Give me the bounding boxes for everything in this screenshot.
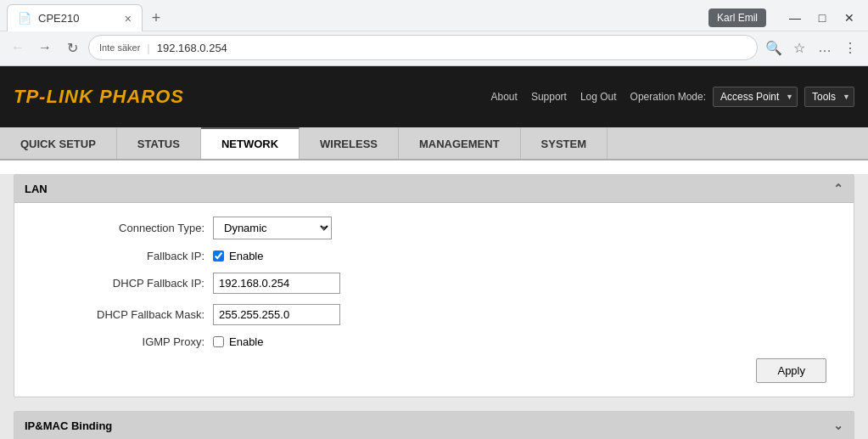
browser-chrome: 📄 CPE210 × + Karl Emil — □ ✕ ← → ↻ Inte … xyxy=(0,0,868,66)
extensions-icon[interactable]: … xyxy=(814,37,836,59)
dhcp-fallback-mask-input[interactable] xyxy=(213,304,340,325)
dhcp-fallback-ip-control xyxy=(213,273,340,294)
connection-type-row: Connection Type: Dynamic Static xyxy=(35,217,833,239)
maximize-button[interactable]: □ xyxy=(810,6,834,30)
tab-title: CPE210 xyxy=(38,12,118,25)
bookmark-icon[interactable]: ☆ xyxy=(788,37,810,59)
dhcp-fallback-ip-row: DHCP Fallback IP: xyxy=(35,273,833,294)
igmp-proxy-checkbox[interactable] xyxy=(213,336,224,347)
dhcp-fallback-mask-control xyxy=(213,304,340,325)
fallback-ip-control: Enable xyxy=(213,250,263,262)
forward-button[interactable]: → xyxy=(34,37,56,59)
connection-type-label: Connection Type: xyxy=(35,222,204,234)
new-tab-button[interactable]: + xyxy=(143,4,170,31)
tab-system[interactable]: SYSTEM xyxy=(521,127,608,159)
header-controls: Operation Mode: Access Point Router Repe… xyxy=(630,87,854,107)
close-button[interactable]: ✕ xyxy=(837,6,861,30)
tools-select[interactable]: Tools xyxy=(804,87,854,107)
back-button[interactable]: ← xyxy=(7,37,29,59)
igmp-proxy-label: IGMP Proxy: xyxy=(35,335,204,348)
lan-section-title: LAN xyxy=(25,183,48,195)
logout-link[interactable]: Log Out xyxy=(580,91,617,103)
connection-type-select[interactable]: Dynamic Static xyxy=(213,217,332,239)
igmp-proxy-checkbox-label: Enable xyxy=(213,335,263,348)
fallback-ip-row: Fallback IP: Enable xyxy=(35,250,833,262)
tab-management[interactable]: MANAGEMENT xyxy=(399,127,521,159)
tab-wireless[interactable]: WIRELESS xyxy=(300,127,399,159)
lan-section-header: LAN ⌃ xyxy=(14,175,854,203)
logo-tp: TP-LINK xyxy=(14,86,99,107)
tab-network[interactable]: NETWORK xyxy=(201,127,300,159)
tab-favicon: 📄 xyxy=(18,12,31,25)
ipmac-section: IP&MAC Binding ⌄ xyxy=(14,411,854,439)
tab-bar: 📄 CPE210 × + xyxy=(7,4,170,31)
logo-pharos: PHAROS xyxy=(99,86,184,107)
support-link[interactable]: Support xyxy=(531,91,567,103)
router-header: TP-LINK PHAROS About Support Log Out Ope… xyxy=(0,66,868,127)
apply-button[interactable]: Apply xyxy=(756,358,826,383)
tools-wrapper: Tools xyxy=(804,87,854,107)
router-logo: TP-LINK PHAROS xyxy=(14,86,184,108)
minimize-button[interactable]: — xyxy=(783,6,807,30)
menu-icon[interactable]: ⋮ xyxy=(839,37,861,59)
address-url: 192.168.0.254 xyxy=(157,42,227,54)
operation-mode-select[interactable]: Access Point Router Repeater Client Brid… xyxy=(713,87,798,107)
address-actions: 🔍 ☆ … ⋮ xyxy=(763,37,861,59)
dhcp-fallback-mask-row: DHCP Fallback Mask: xyxy=(35,304,833,325)
fallback-ip-checkbox[interactable] xyxy=(213,250,224,262)
header-links: About Support Log Out xyxy=(491,91,617,103)
fallback-ip-label: Fallback IP: xyxy=(35,250,204,262)
ipmac-section-header: IP&MAC Binding ⌄ xyxy=(14,412,854,439)
title-bar: 📄 CPE210 × + Karl Emil — □ ✕ xyxy=(0,0,868,31)
window-controls: Karl Emil — □ ✕ xyxy=(708,6,861,30)
connection-type-wrapper: Dynamic Static xyxy=(213,217,332,239)
connection-type-control: Dynamic Static xyxy=(213,217,332,239)
dhcp-fallback-ip-input[interactable] xyxy=(213,273,340,294)
nav-tabs: QUICK SETUP STATUS NETWORK WIRELESS MANA… xyxy=(0,127,868,160)
igmp-proxy-row: IGMP Proxy: Enable xyxy=(35,335,833,348)
address-field[interactable]: Inte säker | 192.168.0.254 xyxy=(88,35,758,60)
header-right: About Support Log Out Operation Mode: Ac… xyxy=(491,87,854,107)
browser-tab[interactable]: 📄 CPE210 × xyxy=(7,4,143,31)
fallback-ip-text: Enable xyxy=(229,250,263,262)
tab-status[interactable]: STATUS xyxy=(117,127,201,159)
dhcp-fallback-mask-label: DHCP Fallback Mask: xyxy=(35,308,204,321)
about-link[interactable]: About xyxy=(491,91,518,103)
lan-section: LAN ⌃ Connection Type: Dynamic Static xyxy=(14,174,854,397)
address-bar: ← → ↻ Inte säker | 192.168.0.254 🔍 ☆ … ⋮ xyxy=(0,31,868,65)
lan-section-toggle[interactable]: ⌃ xyxy=(833,182,843,195)
ipmac-section-toggle[interactable]: ⌄ xyxy=(833,419,843,432)
igmp-proxy-control: Enable xyxy=(213,335,263,348)
tab-close-button[interactable]: × xyxy=(125,12,132,25)
operation-mode-label: Operation Mode: xyxy=(630,91,706,103)
router-app: TP-LINK PHAROS About Support Log Out Ope… xyxy=(0,66,868,439)
user-badge: Karl Emil xyxy=(708,8,766,27)
ipmac-section-title: IP&MAC Binding xyxy=(25,419,112,432)
search-icon[interactable]: 🔍 xyxy=(763,37,785,59)
lan-section-body: Connection Type: Dynamic Static Fallback… xyxy=(14,203,854,397)
apply-row: Apply xyxy=(35,358,833,383)
operation-mode-wrapper: Access Point Router Repeater Client Brid… xyxy=(713,87,798,107)
tab-quick-setup[interactable]: QUICK SETUP xyxy=(0,127,117,159)
dhcp-fallback-ip-label: DHCP Fallback IP: xyxy=(35,277,204,290)
address-divider: | xyxy=(147,42,149,54)
content-area: LAN ⌃ Connection Type: Dynamic Static xyxy=(0,174,868,439)
igmp-proxy-text: Enable xyxy=(229,335,263,348)
reload-button[interactable]: ↻ xyxy=(61,37,83,59)
security-indicator: Inte säker xyxy=(99,42,140,53)
fallback-ip-checkbox-label: Enable xyxy=(213,250,263,262)
